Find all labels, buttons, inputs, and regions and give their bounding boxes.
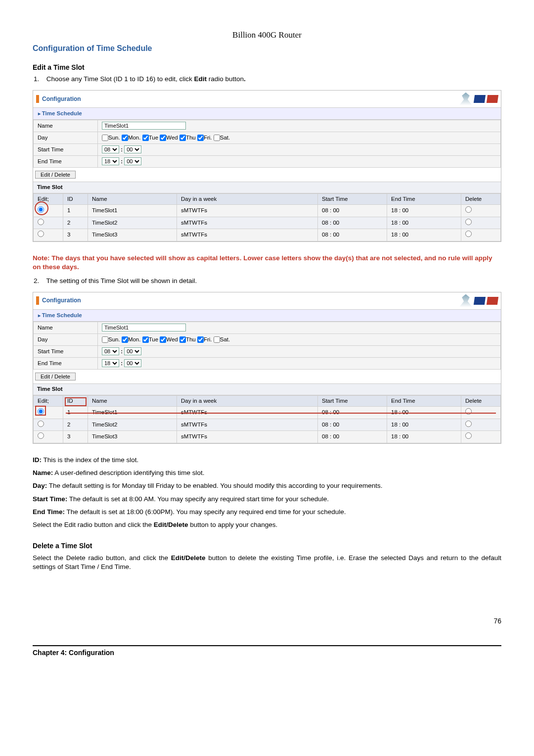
def-start-text: The default is set at 8:00 AM. You may s… (67, 495, 329, 503)
chk-sat-2[interactable] (214, 336, 220, 343)
lbl-fri-2: Fri. (204, 336, 212, 342)
del-radio-cell (461, 205, 501, 217)
def-select-b: Edit/Delete (154, 521, 188, 528)
def-name-text: A user-defined description identifying t… (53, 469, 204, 476)
lbl-sat: Sat. (220, 135, 230, 141)
id-b2: 2 (63, 419, 88, 431)
edit-radio-cell (34, 217, 63, 229)
hdr-end-2: End Time (387, 395, 461, 407)
id-2: 2 (63, 217, 88, 229)
id-3: 3 (63, 229, 88, 241)
start-hour-2[interactable]: 08 (102, 347, 119, 355)
lbl-mon: Mon. (128, 135, 141, 141)
start-min[interactable]: 00 (124, 145, 141, 153)
slot-header-row: Edit; ID Name Day in a week Start Time E… (34, 193, 501, 205)
del-radio-b3[interactable] (465, 432, 472, 439)
end-min[interactable]: 00 (124, 157, 141, 165)
def-select-a: Select the Edit radio button and click t… (33, 521, 154, 528)
chk-wed-2[interactable] (160, 336, 166, 343)
start-b1: 08 : 00 (318, 407, 387, 419)
id-b1: 1 (63, 407, 88, 419)
name-3: TimeSlot3 (88, 229, 177, 241)
panel-header: Configuration (33, 91, 501, 108)
definitions: ID: This is the index of the time slot. … (33, 456, 501, 529)
name-input-2[interactable] (102, 324, 186, 331)
label-day: Day (34, 132, 98, 144)
label-day-2: Day (34, 334, 98, 346)
start-b3: 08 : 00 (318, 431, 387, 443)
del-radio-b1[interactable] (465, 408, 472, 415)
chk-mon[interactable] (122, 135, 128, 141)
edit-radio-1[interactable] (38, 206, 44, 213)
def-start-label: Start Time: (33, 495, 67, 503)
def-end-label: End Time: (33, 508, 65, 516)
edit-radio-cell (34, 229, 63, 241)
end-2: 18 : 00 (387, 217, 461, 229)
table-row: 2 TimeSlot2 sMTWTFs 08 : 00 18 : 00 (34, 419, 501, 431)
colon4: : (121, 360, 123, 366)
chk-tue-2[interactable] (142, 336, 149, 343)
edit-radio-b3[interactable] (38, 432, 44, 439)
end-hour-2[interactable]: 18 (102, 359, 119, 367)
lbl-thu: Thu (186, 135, 196, 141)
lbl-sun-2: Sun. (108, 336, 120, 342)
hdr-day: Day in a week (177, 193, 318, 205)
def-end-text: The default is set at 18:00 (6:00PM). Yo… (65, 508, 346, 516)
del-radio-b2[interactable] (465, 421, 472, 427)
del-radio-1[interactable] (465, 206, 472, 213)
name-2: TimeSlot2 (88, 217, 177, 229)
label-name: Name (34, 120, 98, 132)
hdr-end: End Time (387, 193, 461, 205)
start-b2: 08 : 00 (318, 419, 387, 431)
label-name-2: Name (34, 322, 98, 334)
lbl-tue: Tue (149, 135, 158, 141)
chk-sat[interactable] (214, 135, 220, 141)
cell-start: 08 : 00 (98, 144, 501, 156)
name-input[interactable] (102, 122, 186, 130)
edit-radio-b2[interactable] (38, 421, 44, 427)
step-1-text-c: radio button (207, 75, 244, 83)
edit-radio-3[interactable] (38, 231, 44, 237)
time-schedule-subheader-2: Time Schedule (33, 310, 501, 322)
del-radio-cell (461, 217, 501, 229)
id-b3: 3 (63, 431, 88, 443)
name-b2: TimeSlot2 (88, 419, 177, 431)
step-1-text-a: Choose any Time Slot (ID 1 to ID 16) to … (46, 75, 194, 83)
del-radio-3[interactable] (465, 231, 472, 237)
chk-tue[interactable] (142, 135, 149, 141)
chk-thu-2[interactable] (179, 336, 186, 343)
chk-fri[interactable] (197, 135, 204, 141)
chk-thu[interactable] (179, 135, 186, 141)
edit-radio-b1[interactable] (38, 408, 44, 415)
start-min-2[interactable]: 00 (124, 347, 141, 355)
end-hour[interactable]: 18 (102, 157, 119, 165)
lbl-thu-2: Thu (186, 336, 196, 342)
edit-radio-2[interactable] (38, 219, 44, 225)
del-radio-cell (461, 229, 501, 241)
edit-delete-button-2[interactable]: Edit / Delete (35, 373, 76, 380)
def-day-text: The default setting is for Monday till F… (47, 482, 382, 489)
day-1: sMTWTFs (177, 205, 318, 217)
day-3: sMTWTFs (177, 229, 318, 241)
edit-delete-button[interactable]: Edit / Delete (35, 171, 76, 179)
lbl-mon-2: Mon. (128, 336, 141, 342)
step-2: 2. The setting of this Time Slot will be… (44, 277, 501, 285)
button-row-2: Edit / Delete (33, 370, 501, 384)
time-slot-caption-2: Time Slot (33, 384, 501, 395)
del-radio-2[interactable] (465, 219, 472, 225)
start-hour[interactable]: 08 (102, 145, 119, 153)
cell-end: 18 : 00 (98, 156, 501, 168)
lbl-tue-2: Tue (149, 336, 158, 342)
chk-sun[interactable] (102, 135, 108, 141)
chk-wed[interactable] (160, 135, 166, 141)
section-heading: Configuration of Time Schedule (33, 43, 501, 54)
end-b2: 18 : 00 (387, 419, 461, 431)
end-min-2[interactable]: 00 (124, 359, 141, 367)
slot-table-2: Edit; ID Name Day in a week Start Time E… (33, 395, 501, 443)
chk-sun-2[interactable] (102, 336, 108, 343)
slot-table: Edit; ID Name Day in a week Start Time E… (33, 193, 501, 241)
chk-fri-2[interactable] (197, 336, 204, 343)
chk-mon-2[interactable] (122, 336, 128, 343)
name-1: TimeSlot1 (88, 205, 177, 217)
hdr-delete-2: Delete (461, 395, 501, 407)
